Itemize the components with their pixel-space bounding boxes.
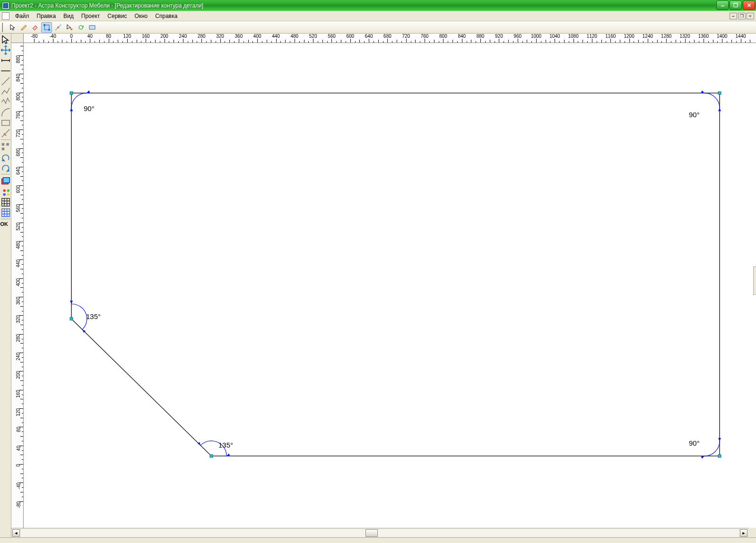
tool-hline-icon[interactable] <box>0 66 11 75</box>
svg-rect-7 <box>1 121 9 126</box>
svg-point-4 <box>57 26 59 28</box>
menu-help[interactable]: Справка <box>151 11 181 21</box>
maximize-button[interactable]: ❐ <box>730 0 742 10</box>
mdi-close-button[interactable]: × <box>747 13 754 19</box>
menu-bar: Файл Правка Вид Проект Сервис Окно Справ… <box>0 11 756 21</box>
menu-edit[interactable]: Правка <box>33 11 60 21</box>
angle-label-tl: 90° <box>84 104 95 112</box>
svg-rect-19 <box>718 455 721 457</box>
svg-point-14 <box>7 190 9 192</box>
side-panel-handle[interactable] <box>753 267 756 295</box>
app-icon <box>2 2 9 9</box>
tool-grid2-icon[interactable] <box>0 207 11 217</box>
angle-label-tr: 90° <box>689 111 700 119</box>
angle-label-br: 90° <box>689 439 700 447</box>
tool-align-icon[interactable] <box>0 142 11 151</box>
svg-rect-8 <box>1 143 4 146</box>
svg-point-3 <box>48 29 50 31</box>
mdi-minimize-button[interactable]: ‒ <box>730 13 737 19</box>
minimize-button[interactable]: ‒ <box>716 0 729 10</box>
svg-rect-20 <box>210 455 213 457</box>
tool-layers-icon[interactable] <box>0 176 11 186</box>
menu-project[interactable]: Проект <box>78 11 104 21</box>
svg-point-13 <box>3 190 6 192</box>
svg-rect-1 <box>44 25 49 30</box>
mdi-restore-button[interactable]: ❐ <box>738 13 746 19</box>
svg-rect-9 <box>6 143 9 146</box>
toolbox-separator <box>1 139 10 140</box>
close-button[interactable]: ✕ <box>743 0 755 10</box>
tool-dimension-icon[interactable] <box>0 55 11 65</box>
tool-props-icon[interactable] <box>0 187 11 196</box>
svg-rect-18 <box>718 92 721 95</box>
tool-redo-icon[interactable] <box>0 163 11 172</box>
toolbox-separator-2 <box>1 174 10 174</box>
tool-snap-mid-icon[interactable] <box>52 22 63 33</box>
tool-erase-icon[interactable] <box>0 128 11 138</box>
tool-grid-icon[interactable] <box>0 197 11 207</box>
svg-point-15 <box>3 193 6 196</box>
toolbox-separator-3 <box>1 219 10 219</box>
svg-point-5 <box>70 28 72 30</box>
status-bar <box>0 537 756 543</box>
tool-move-icon[interactable] <box>0 45 11 54</box>
drawing-svg <box>24 43 756 528</box>
tool-pen-icon[interactable] <box>18 22 29 33</box>
editor-area: -80-400408012016020024028032036040044048… <box>11 34 756 528</box>
window-title: Проект2 - Астра Конструктор Мебели - [Ре… <box>11 2 716 9</box>
scroll-corner <box>748 528 756 537</box>
menu-window[interactable]: Окно <box>130 11 151 21</box>
tool-cursor-icon[interactable] <box>0 34 11 44</box>
menu-service[interactable]: Сервис <box>104 11 130 21</box>
tool-select-icon[interactable] <box>7 22 18 33</box>
tool-snap-cursor-icon[interactable] <box>64 22 75 33</box>
tool-snap-node-icon[interactable] <box>41 22 52 33</box>
menu-view[interactable]: Вид <box>60 11 78 21</box>
ruler-corner <box>11 34 24 43</box>
tool-polyline2-icon[interactable] <box>0 97 11 106</box>
scroll-thumb[interactable] <box>365 529 378 537</box>
svg-rect-6 <box>89 26 95 29</box>
svg-rect-12 <box>3 178 9 183</box>
tool-cycle-icon[interactable] <box>75 22 86 33</box>
ruler-vertical: -80-400408012016020024028032036040044048… <box>11 43 24 528</box>
tool-undo-icon[interactable] <box>0 152 11 162</box>
svg-rect-10 <box>1 147 4 150</box>
tool-polyline-icon[interactable] <box>0 86 11 96</box>
scroll-right-button[interactable]: ► <box>740 529 747 537</box>
tool-rectangle-icon[interactable] <box>0 118 11 127</box>
svg-rect-17 <box>70 92 73 95</box>
scrollbar-horizontal: ◄ ► <box>11 528 748 537</box>
tool-rect-icon[interactable] <box>87 22 97 33</box>
scroll-left-button[interactable]: ◄ <box>12 529 20 537</box>
tool-eraser-icon[interactable] <box>30 22 41 33</box>
svg-point-2 <box>43 24 45 26</box>
tool-arc-icon[interactable] <box>0 107 11 117</box>
workspace: OK -80-400408012016020024028032036040044… <box>0 34 756 537</box>
left-toolbox: OK <box>0 34 11 537</box>
toolbar-grip[interactable] <box>2 23 5 32</box>
svg-point-16 <box>7 193 9 196</box>
mdi-document-icon <box>2 12 9 20</box>
ruler-horizontal: -80-400408012016020024028032036040044048… <box>24 34 756 43</box>
svg-rect-0 <box>3 3 8 8</box>
menu-file[interactable]: Файл <box>11 11 33 21</box>
drawing-canvas[interactable]: 90° 90° 135° 135° 90° <box>24 43 756 528</box>
main-toolbar <box>0 21 756 34</box>
angle-label-ml: 135° <box>86 312 101 320</box>
svg-rect-21 <box>70 318 73 320</box>
tool-ok-button[interactable]: OK <box>0 221 11 231</box>
angle-label-bl: 135° <box>218 441 233 449</box>
scroll-track[interactable] <box>21 529 739 537</box>
title-bar: Проект2 - Астра Конструктор Мебели - [Ре… <box>0 0 756 11</box>
tool-line-icon[interactable] <box>0 76 11 86</box>
